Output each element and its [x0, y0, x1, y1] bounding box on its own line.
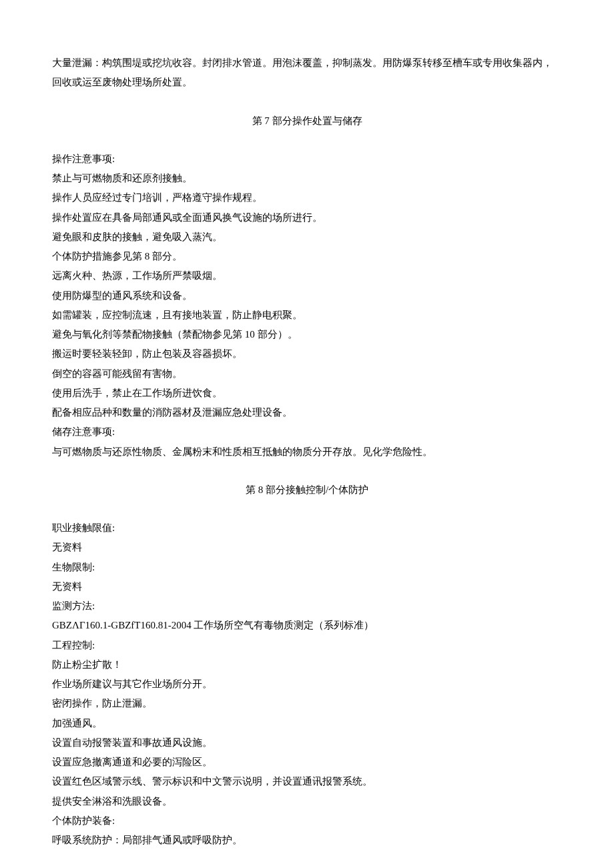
body-line: 个体防护装备: — [52, 811, 562, 831]
body-line: 作业场所建议与其它作业场所分开。 — [52, 675, 562, 694]
section-8-title: 第 8 部分接触控制/个体防护 — [52, 480, 562, 500]
body-line: 操作注意事项: — [52, 149, 562, 169]
intro-text: 大量泄漏：构筑围堤或挖坑收容。封闭排水管道。用泡沫覆盖，抑制蒸发。用防爆泵转移至… — [52, 57, 553, 87]
section-8-title-text: 第 8 部分接触控制/个体防护 — [246, 484, 368, 495]
body-line: 职业接触限值: — [52, 518, 562, 538]
body-line: 搬运时要轻装轻卸，防止包装及容器损坏。 — [52, 344, 562, 364]
body-line: 无资料 — [52, 538, 562, 557]
intro-paragraph: 大量泄漏：构筑围堤或挖坑收容。封闭排水管道。用泡沫覆盖，抑制蒸发。用防爆泵转移至… — [52, 53, 562, 93]
body-line: 防止粉尘扩散！ — [52, 655, 562, 675]
body-line: 储存注意事项: — [52, 422, 562, 442]
body-line: 设置红色区域警示线、警示标识和中文警示说明，并设置通讯报警系统。 — [52, 772, 562, 791]
body-line: GBZΛΓ160.1-GBZfT160.81-2004 工作场所空气有毒物质测定… — [52, 616, 562, 635]
body-line: 提供安全淋浴和洗眼设备。 — [52, 792, 562, 811]
body-line: 远离火种、热源，工作场所严禁吸烟。 — [52, 266, 562, 286]
body-line: 倒空的容器可能残留有害物。 — [52, 364, 562, 384]
body-line: 避免与氧化剂等禁配物接触（禁配物参见第 10 部分）。 — [52, 325, 562, 344]
body-line: 禁止与可燃物质和还原剂接触。 — [52, 169, 562, 188]
section-7-title-text: 第 7 部分操作处置与储存 — [252, 115, 362, 126]
body-line: 如需罐装，应控制流速，且有接地装置，防止静电积聚。 — [52, 306, 562, 325]
body-line: 操作人员应经过专门培训，严格遵守操作规程。 — [52, 188, 562, 207]
body-line: 使用防爆型的通风系统和设备。 — [52, 286, 562, 306]
section-7-title: 第 7 部分操作处置与储存 — [52, 111, 562, 131]
body-line: 个体防护措施参见第 8 部分。 — [52, 247, 562, 266]
body-line: 配备相应品种和数量的消防器材及泄漏应急处理设备。 — [52, 403, 562, 422]
body-line: 监测方法: — [52, 596, 562, 616]
body-line: 无资料 — [52, 577, 562, 596]
body-line: 生物限制: — [52, 558, 562, 577]
body-line: 与可燃物质与还原性物质、金属粉末和性质相互抵触的物质分开存放。见化学危险性。 — [52, 442, 562, 462]
body-line: 工程控制: — [52, 636, 562, 655]
body-line: 加强通风。 — [52, 714, 562, 733]
body-line: 密闭操作，防止泄漏。 — [52, 694, 562, 713]
body-line: 呼吸系统防护：局部排气通风或呼吸防护。 — [52, 831, 562, 850]
body-line: 设置自动报警装置和事故通风设施。 — [52, 733, 562, 753]
body-line: 设置应急撤离通道和必要的泻险区。 — [52, 753, 562, 772]
section-7-body: 操作注意事项: 禁止与可燃物质和还原剂接触。 操作人员应经过专门培训，严格遵守操… — [52, 149, 562, 462]
body-line: 避免眼和皮肤的接触，避免吸入蒸汽。 — [52, 228, 562, 247]
section-8-body: 职业接触限值: 无资料 生物限制: 无资料 监测方法: GBZΛΓ160.1-G… — [52, 518, 562, 850]
body-line: 操作处置应在具备局部通风或全面通风换气设施的场所进行。 — [52, 208, 562, 228]
body-line: 使用后洗手，禁止在工作场所进饮食。 — [52, 384, 562, 403]
